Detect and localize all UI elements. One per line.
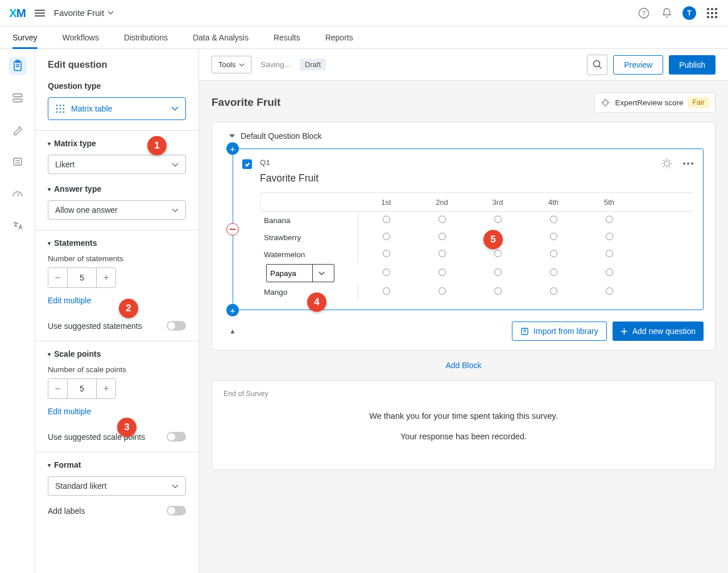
svg-rect-28 — [230, 229, 235, 230]
statement-label[interactable]: Watermelon — [260, 246, 358, 263]
rail-builder-icon[interactable] — [9, 57, 27, 75]
scale-header[interactable]: 2nd — [436, 198, 448, 207]
radio-option[interactable] — [439, 269, 446, 276]
matrix-row: Watermelon — [260, 246, 694, 263]
chevron-down-icon — [171, 106, 179, 111]
statement-dropdown[interactable] — [312, 265, 330, 282]
logo[interactable]: XM — [9, 6, 26, 20]
question-checkbox[interactable] — [242, 159, 252, 169]
radio-option[interactable] — [383, 233, 390, 240]
suggested-statements-toggle[interactable] — [167, 321, 186, 331]
rail-translate-icon[interactable] — [9, 216, 27, 234]
scale-points-header[interactable]: ▾Scale points — [48, 349, 186, 358]
radio-option[interactable] — [606, 269, 613, 276]
scale-minus[interactable]: − — [48, 379, 68, 398]
radio-option[interactable] — [439, 233, 446, 240]
answer-type-header[interactable]: ▾Answer type — [48, 184, 186, 193]
radio-option[interactable] — [383, 250, 390, 257]
question-type-label: Question type — [48, 81, 186, 90]
statement-input[interactable] — [267, 269, 312, 278]
format-select[interactable]: Standard likert — [48, 476, 186, 496]
rail-options-icon[interactable] — [9, 152, 27, 171]
radio-option[interactable] — [439, 287, 446, 295]
help-icon[interactable]: ? — [637, 6, 651, 20]
add-block-link[interactable]: Add Block — [199, 351, 728, 380]
radio-option[interactable] — [494, 287, 502, 295]
radio-option[interactable] — [606, 287, 613, 295]
matrix-type-select[interactable]: Likert — [48, 155, 186, 174]
add-question-below[interactable]: + — [226, 304, 239, 316]
callout-2: 2 — [119, 299, 138, 318]
matrix-table: 1st 2nd 3rd 4th 5th BananaStrawberryWate… — [260, 192, 694, 300]
publish-button[interactable]: Publish — [669, 55, 715, 75]
radio-option[interactable] — [494, 250, 502, 257]
statement-edit[interactable] — [266, 264, 334, 282]
search-button[interactable] — [587, 55, 607, 75]
expert-review-badge[interactable]: ExpertReview score Fair — [594, 92, 715, 113]
add-question-button[interactable]: Add new question — [613, 321, 704, 341]
tab-data-analysis[interactable]: Data & Analysis — [193, 26, 249, 48]
block-header[interactable]: Default Question Block — [229, 131, 704, 141]
radio-option[interactable] — [550, 216, 557, 223]
radio-option[interactable] — [550, 233, 557, 240]
num-statements-label: Number of statements — [48, 254, 186, 263]
avatar[interactable]: T — [682, 6, 696, 20]
radio-option[interactable] — [383, 287, 390, 295]
svg-point-16 — [60, 108, 61, 110]
scale-header[interactable]: 5th — [604, 198, 614, 207]
radio-option[interactable] — [550, 269, 557, 276]
radio-option[interactable] — [383, 216, 390, 223]
statements-plus[interactable]: + — [96, 268, 115, 287]
statements-header[interactable]: ▾Statements — [48, 238, 186, 248]
scale-header[interactable]: 1st — [381, 198, 391, 207]
preview-button[interactable]: Preview — [613, 55, 663, 75]
svg-point-18 — [56, 112, 58, 113]
radio-option[interactable] — [494, 216, 502, 223]
statements-stepper: − 5 + — [48, 267, 116, 288]
radio-option[interactable] — [439, 250, 446, 257]
radio-option[interactable] — [383, 269, 390, 276]
statements-minus[interactable]: − — [48, 268, 68, 287]
question-title[interactable]: Favorite Fruit — [260, 172, 318, 184]
scale-header[interactable]: 4th — [548, 198, 559, 207]
scale-header[interactable]: 3rd — [493, 198, 503, 207]
radio-option[interactable] — [606, 250, 613, 257]
add-question-above[interactable]: + — [226, 142, 239, 155]
tab-reports[interactable]: Reports — [325, 26, 353, 48]
tools-button[interactable]: Tools — [212, 56, 251, 73]
radio-option[interactable] — [439, 216, 446, 223]
tab-distributions[interactable]: Distributions — [124, 26, 168, 48]
edit-multiple-statements[interactable]: Edit multiple — [48, 296, 91, 305]
tab-workflows[interactable]: Workflows — [63, 26, 99, 48]
project-title-dropdown[interactable]: Favorite Fruit — [54, 8, 114, 18]
menu-icon[interactable] — [35, 10, 45, 17]
lightbulb-icon[interactable] — [661, 158, 672, 169]
more-icon[interactable] — [682, 162, 694, 165]
radio-option[interactable] — [606, 216, 613, 223]
radio-option[interactable] — [550, 250, 557, 257]
rail-look-feel-icon[interactable] — [9, 121, 27, 139]
statements-value[interactable]: 5 — [68, 268, 96, 287]
radio-option[interactable] — [494, 269, 502, 276]
radio-option[interactable] — [606, 233, 613, 240]
remove-question[interactable] — [226, 223, 239, 236]
rail-quotas-icon[interactable] — [9, 184, 27, 203]
question-type-select[interactable]: Matrix table — [48, 97, 186, 120]
add-labels-toggle[interactable] — [167, 506, 186, 516]
scale-plus[interactable]: + — [96, 379, 115, 398]
collapse-block[interactable]: ▲ — [229, 327, 236, 335]
tab-results[interactable]: Results — [274, 26, 300, 48]
radio-option[interactable] — [550, 287, 557, 295]
answer-type-select[interactable]: Allow one answer — [48, 200, 186, 220]
import-library-button[interactable]: Import from library — [512, 321, 607, 341]
edit-multiple-scale[interactable]: Edit multiple — [48, 407, 91, 416]
app-switcher-icon[interactable] — [705, 6, 719, 20]
statement-label[interactable]: Banana — [260, 212, 358, 229]
format-header[interactable]: ▾Format — [48, 460, 186, 469]
rail-flow-icon[interactable] — [9, 89, 27, 107]
notifications-icon[interactable] — [660, 6, 673, 20]
statement-label[interactable]: Strawberry — [260, 229, 358, 246]
suggested-scale-toggle[interactable] — [167, 432, 186, 442]
scale-value[interactable]: 5 — [68, 379, 96, 398]
tab-survey[interactable]: Survey — [13, 26, 38, 48]
